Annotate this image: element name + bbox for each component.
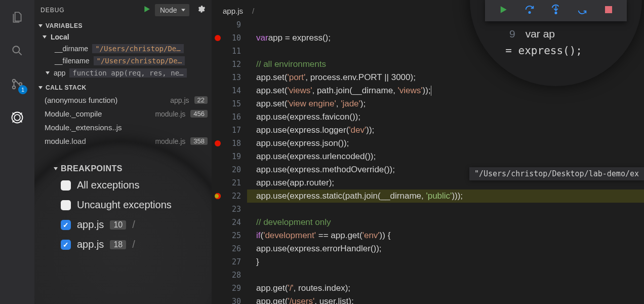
svg-point-0 [13,46,19,53]
source-control-icon[interactable]: 1 [9,76,25,92]
bp-all-exceptions[interactable]: All exceptions [50,175,212,195]
checkbox-checked-icon[interactable] [61,240,71,250]
search-icon[interactable] [9,43,25,59]
tab-file[interactable]: app.js [221,4,245,18]
gutter[interactable]: 9101112131415161718192021222324252627282… [212,18,247,304]
svg-point-2 [13,86,15,89]
variable-row[interactable]: app function app(req, res, ne… [34,67,212,79]
gear-icon[interactable] [196,5,206,16]
variable-row[interactable]: __dirname "/Users/christop/De… [34,43,212,55]
svg-point-8 [529,12,530,13]
step-out-icon[interactable] [577,4,588,15]
debug-config-select[interactable]: Node [155,4,189,16]
variables-scope-local[interactable]: Local [34,31,212,43]
tab-sep: / [250,4,256,18]
stack-frame[interactable]: (anonymous function)app.js22 [34,93,212,107]
editor-area: app.js / 9101112131415161718192021222324… [212,0,644,304]
scm-badge: 1 [18,85,27,94]
svg-point-1 [13,80,15,82]
svg-point-9 [555,12,556,14]
stack-frame[interactable]: Module._extensions..js [34,121,212,134]
start-debug-icon[interactable] [143,5,151,15]
svg-point-5 [14,115,20,121]
breakpoints-lens: BREAKPOINTS All exceptions Uncaught exce… [34,142,212,304]
step-over-icon[interactable] [524,4,535,15]
breakpoint-row[interactable]: app.js 10 / [50,215,212,235]
breakpoints-section[interactable]: BREAKPOINTS [50,162,212,175]
stack-frame[interactable]: Module._compilemodule.js456 [34,107,212,121]
continue-icon[interactable] [498,4,509,15]
variable-row[interactable]: __filename "/Users/christop/De… [34,55,212,67]
debug-toolbar [485,0,627,21]
debug-icon[interactable] [9,109,25,126]
checkbox-icon[interactable] [61,180,71,191]
breakpoint-row[interactable]: app.js 18 / [50,235,212,254]
activity-bar: 1 [0,0,34,304]
step-into-icon[interactable] [550,4,561,15]
bp-uncaught-exceptions[interactable]: Uncaught exceptions [50,195,212,215]
checkbox-icon[interactable] [61,200,71,210]
stop-icon[interactable] [603,4,614,15]
debug-title: DEBUG [41,7,65,14]
hover-tooltip: "/Users/christop/Desktop/lab-demo/ex [469,167,644,180]
variables-section[interactable]: VARIABLES [34,20,212,31]
callstack-section[interactable]: CALL STACK [34,82,212,93]
debug-sidebar: DEBUG Node VARIABLES Local __dirname "/U… [34,0,212,304]
explorer-icon[interactable] [9,9,25,25]
checkbox-checked-icon[interactable] [61,220,71,230]
